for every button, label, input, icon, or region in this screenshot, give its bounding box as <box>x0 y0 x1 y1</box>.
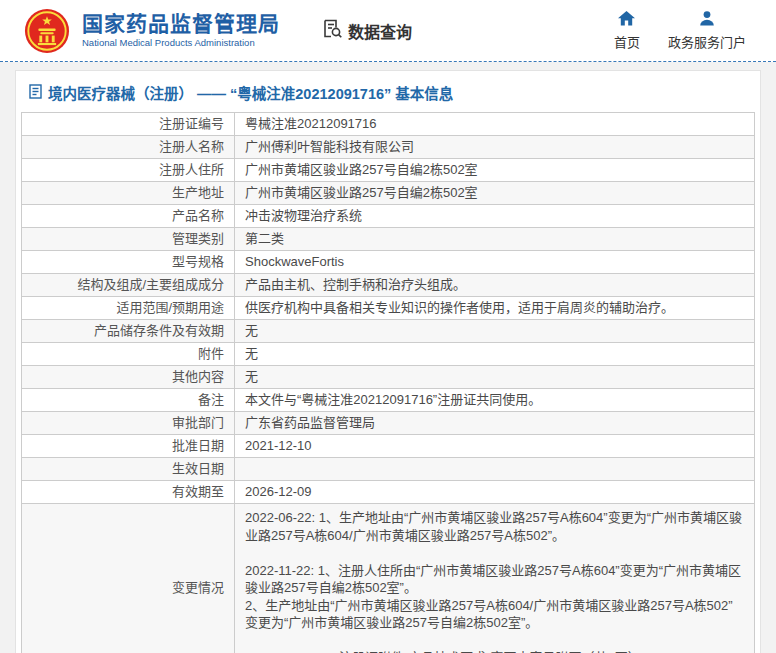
brand-name-cn: 国家药品监督管理局 <box>82 12 280 35</box>
row-label: 产品名称 <box>22 205 235 227</box>
data-query-nav[interactable]: 数据查询 <box>322 18 412 43</box>
content-box: 境内医疗器械（注册） —— “粤械注准20212091716” 基本信息 注册证… <box>15 70 761 653</box>
table-row-remark: 备注 本文件与“粤械注准20212091716”注册证共同使用。 <box>22 389 754 412</box>
page-title-text: 境内医疗器械（注册） —— “粤械注准20212091716” 基本信息 <box>48 82 453 103</box>
national-emblem-logo <box>24 8 70 54</box>
row-label: 管理类别 <box>22 228 235 250</box>
row-label: 注册人住所 <box>22 159 235 181</box>
row-label: 型号规格 <box>22 251 235 273</box>
row-value: 无 <box>235 343 754 365</box>
row-label: 审批部门 <box>22 412 235 434</box>
row-label: 批准日期 <box>22 435 235 457</box>
table-row-attachment: 附件 无 <box>22 343 754 366</box>
home-label: 首页 <box>614 32 640 51</box>
row-label: 附件 <box>22 343 235 365</box>
row-value: ShockwaveFortis <box>235 251 754 273</box>
document-icon <box>29 84 42 102</box>
row-value: 产品由主机、控制手柄和治疗头组成。 <box>235 274 754 296</box>
row-value: 广州市黄埔区骏业路257号自编2栋502室 <box>235 182 754 204</box>
row-label: 其他内容 <box>22 366 235 388</box>
table-row-management-class: 管理类别 第二类 <box>22 228 754 251</box>
info-table: 注册证编号 粤械注准20212091716 注册人名称 广州傅利叶智能科技有限公… <box>21 112 755 653</box>
row-label: 注册人名称 <box>22 136 235 158</box>
row-value: 本文件与“粤械注准20212091716”注册证共同使用。 <box>235 389 754 411</box>
page-title: 境内医疗器械（注册） —— “粤械注准20212091716” 基本信息 <box>21 71 755 112</box>
row-label: 结构及组成/主要组成成分 <box>22 274 235 296</box>
site-header: 国家药品监督管理局 National Medical Products Admi… <box>0 0 776 62</box>
gov-portal-label: 政务服务门户 <box>668 32 746 51</box>
gov-portal-nav[interactable]: 政务服务门户 <box>668 11 746 51</box>
table-row-reg-number: 注册证编号 粤械注准20212091716 <box>22 113 754 136</box>
table-row-expiry-date: 有效期至 2026-12-09 <box>22 481 754 504</box>
table-row-registrant-address: 注册人住所 广州市黄埔区骏业路257号自编2栋502室 <box>22 159 754 182</box>
table-row-change-history: 变更情况 2022-06-22: 1、生产地址由“广州市黄埔区骏业路257号A栋… <box>22 504 754 653</box>
data-query-label: 数据查询 <box>348 19 412 43</box>
row-value: 广州傅利叶智能科技有限公司 <box>235 136 754 158</box>
table-row-production-address: 生产地址 广州市黄埔区骏业路257号自编2栋502室 <box>22 182 754 205</box>
table-row-storage: 产品储存条件及有效期 无 <box>22 320 754 343</box>
row-value: 粤械注准20212091716 <box>235 113 754 135</box>
table-row-composition: 结构及组成/主要组成成分 产品由主机、控制手柄和治疗头组成。 <box>22 274 754 297</box>
row-label: 生效日期 <box>22 458 235 480</box>
row-label: 产品储存条件及有效期 <box>22 320 235 342</box>
table-row-model-spec: 型号规格 ShockwaveFortis <box>22 251 754 274</box>
row-value: 供医疗机构中具备相关专业知识的操作者使用，适用于肩周炎的辅助治疗。 <box>235 297 754 319</box>
user-icon <box>699 11 715 29</box>
document-search-icon <box>322 18 343 43</box>
brand-name-en: National Medical Products Administration <box>82 38 280 48</box>
table-row-product-name: 产品名称 冲击波物理治疗系统 <box>22 205 754 228</box>
row-value: 无 <box>235 366 754 388</box>
row-value: 冲击波物理治疗系统 <box>235 205 754 227</box>
table-row-registrant-name: 注册人名称 广州傅利叶智能科技有限公司 <box>22 136 754 159</box>
row-value: 第二类 <box>235 228 754 250</box>
table-row-effective-date: 生效日期 <box>22 458 754 481</box>
main-content: 境内医疗器械（注册） —— “粤械注准20212091716” 基本信息 注册证… <box>0 70 776 653</box>
home-icon <box>618 11 635 29</box>
row-value: 2026-12-09 <box>235 481 754 503</box>
row-value: 2022-06-22: 1、生产地址由“广州市黄埔区骏业路257号A栋604”变… <box>235 504 754 653</box>
row-value: 无 <box>235 320 754 342</box>
row-label: 备注 <box>22 389 235 411</box>
row-label: 注册证编号 <box>22 113 235 135</box>
row-label: 变更情况 <box>22 504 235 653</box>
row-label: 适用范围/预期用途 <box>22 297 235 319</box>
row-label: 生产地址 <box>22 182 235 204</box>
row-value <box>235 458 754 480</box>
brand-text: 国家药品监督管理局 National Medical Products Admi… <box>82 12 280 49</box>
table-row-approval-date: 批准日期 2021-12-10 <box>22 435 754 458</box>
row-label: 有效期至 <box>22 481 235 503</box>
table-row-intended-use: 适用范围/预期用途 供医疗机构中具备相关专业知识的操作者使用，适用于肩周炎的辅助… <box>22 297 754 320</box>
row-value: 2021-12-10 <box>235 435 754 457</box>
row-value: 广东省药品监督管理局 <box>235 412 754 434</box>
header-nav: 首页 政务服务门户 <box>614 11 746 51</box>
brand: 国家药品监督管理局 National Medical Products Admi… <box>24 8 280 54</box>
table-row-approval-dept: 审批部门 广东省药品监督管理局 <box>22 412 754 435</box>
row-value: 广州市黄埔区骏业路257号自编2栋502室 <box>235 159 754 181</box>
table-row-other-content: 其他内容 无 <box>22 366 754 389</box>
home-nav[interactable]: 首页 <box>614 11 640 51</box>
